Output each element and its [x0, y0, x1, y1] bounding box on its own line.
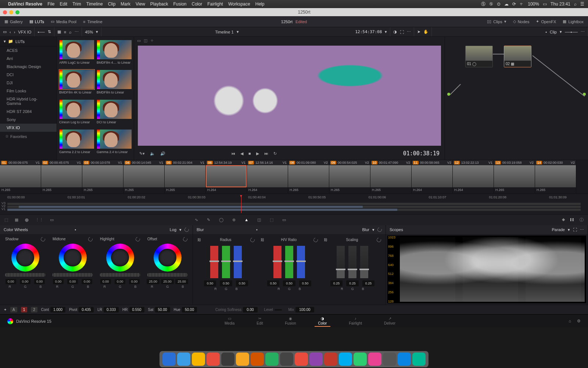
- gallery-button[interactable]: ▦Gallery: [4, 19, 23, 24]
- dock-app-7[interactable]: [265, 353, 279, 366]
- zoom-window-button[interactable]: [15, 10, 19, 14]
- menu-file[interactable]: File: [47, 1, 54, 7]
- lut-cat-hdr st 2084[interactable]: HDR ST 2084: [0, 107, 57, 116]
- lut-item[interactable]: BMDFilm to Linear: [97, 70, 132, 97]
- dock-app-6[interactable]: [251, 353, 264, 366]
- reset-icon[interactable]: [182, 236, 188, 242]
- more-icon[interactable]: ⋯: [580, 227, 584, 232]
- wheels-icon[interactable]: ◎: [25, 217, 29, 222]
- chevron-down-icon[interactable]: ▾: [385, 29, 387, 34]
- close-window-button[interactable]: [3, 10, 7, 14]
- headphones-icon[interactable]: ⊙: [497, 1, 501, 7]
- color-match-icon[interactable]: ▦: [15, 217, 18, 222]
- menu-trim[interactable]: Trim: [72, 1, 81, 7]
- dock-app-9[interactable]: [295, 353, 308, 366]
- lut-cat-aces[interactable]: ACES: [0, 46, 57, 54]
- jog-wheel[interactable]: [53, 273, 93, 277]
- list-view-icon[interactable]: ≡: [64, 30, 66, 34]
- auto-icon[interactable]: ✦: [4, 308, 7, 312]
- wheel-highlight[interactable]: Highlight0.000.000.00RGB: [97, 236, 143, 303]
- clip-07[interactable]: 0712:56:14:16V1H.264: [247, 160, 288, 194]
- dock-app-2[interactable]: [192, 353, 205, 366]
- zoom-slider[interactable]: ──•──: [565, 30, 578, 34]
- jog-wheel[interactable]: [100, 273, 140, 277]
- sizing-icon[interactable]: ⬚: [270, 217, 273, 222]
- wifi-icon[interactable]: ᯤ: [520, 1, 524, 7]
- more-icon[interactable]: ⋯: [581, 29, 585, 34]
- page-fusion[interactable]: ◉Fusion: [282, 316, 300, 327]
- 3d-icon[interactable]: ▭: [282, 217, 286, 222]
- lut-cat-arri[interactable]: Arri: [0, 54, 57, 63]
- lut-item[interactable]: Cineon Log to Linear: [59, 99, 94, 127]
- split-icon[interactable]: ◫: [144, 38, 147, 43]
- nav-back-icon[interactable]: ‹: [10, 30, 11, 34]
- chevron-down-icon[interactable]: ▾: [372, 227, 374, 232]
- menu-clip[interactable]: Clip: [108, 1, 116, 7]
- qualifier-icon[interactable]: ✎: [207, 217, 210, 222]
- wheel-midtone[interactable]: Midtone0.000.000.00RGB: [50, 236, 96, 303]
- lut-item[interactable]: BMDFilm 4K to Linear: [59, 70, 94, 97]
- blur-icon[interactable]: ▲: [244, 217, 248, 222]
- settings-icon[interactable]: ⚙: [577, 319, 581, 323]
- home-icon[interactable]: ⌂: [569, 319, 571, 323]
- node-range[interactable]: Clip: [550, 30, 557, 34]
- dock-app-0[interactable]: [162, 353, 176, 366]
- dock-app-17[interactable]: [412, 353, 426, 366]
- image-wipe-icon[interactable]: ▭: [137, 38, 141, 43]
- dock-app-14[interactable]: [368, 353, 381, 366]
- lut-cat-dci[interactable]: DCI: [0, 71, 57, 79]
- hr-param[interactable]: HR0.550: [122, 307, 144, 312]
- luts-button[interactable]: ▤LUTs: [29, 19, 44, 24]
- lut-item[interactable]: Gamma 2.4 to Linear: [97, 129, 132, 157]
- stop-icon[interactable]: ■: [248, 151, 251, 156]
- reset-icon[interactable]: [313, 237, 319, 243]
- lr-param[interactable]: LR0.333: [97, 307, 119, 312]
- cont-param[interactable]: Cont1.000: [41, 307, 65, 312]
- clip-12[interactable]: 1213:02:22:13V1H.264: [453, 160, 494, 194]
- pivot-param[interactable]: Pivot0.435: [69, 307, 94, 312]
- keyframes-icon[interactable]: ◆: [562, 217, 565, 223]
- dock-app-10[interactable]: [309, 353, 323, 366]
- viewer-canvas[interactable]: [138, 46, 441, 146]
- sat-param[interactable]: Sat50.00: [148, 307, 170, 312]
- panel-menu-icon[interactable]: ▭: [3, 29, 7, 34]
- menu-playback[interactable]: Playback: [150, 1, 168, 7]
- app-name[interactable]: DaVinci Resolve: [8, 1, 42, 7]
- page-edit[interactable]: ✂Edit: [253, 316, 266, 327]
- minimize-window-button[interactable]: [9, 10, 13, 14]
- dock-app-16[interactable]: [398, 353, 411, 366]
- search-icon[interactable]: ⌕: [69, 30, 72, 34]
- chevron-down-icon[interactable]: ▾: [96, 29, 98, 34]
- page-fairlight[interactable]: ♪Fairlight: [345, 316, 366, 327]
- lut-cat-blackmagic design[interactable]: Blackmagic Design: [0, 63, 57, 71]
- skype-icon[interactable]: Ⓢ: [481, 1, 485, 7]
- nav-fwd-icon[interactable]: ›: [14, 30, 15, 34]
- link-icon[interactable]: ⛓: [197, 238, 201, 242]
- jog-wheel[interactable]: [147, 273, 187, 277]
- tracker-icon[interactable]: ⊕: [232, 217, 236, 222]
- reset-icon[interactable]: [87, 236, 93, 242]
- lut-cat-vfx io[interactable]: VFX IO: [0, 124, 57, 132]
- sort-icon[interactable]: ⇅: [48, 29, 51, 34]
- reset-icon[interactable]: [40, 236, 46, 242]
- more-icon[interactable]: ⋯: [75, 29, 79, 34]
- lut-cat-dji[interactable]: DJI: [0, 79, 57, 87]
- battery-icon[interactable]: ▭: [543, 1, 547, 7]
- lut-cat-hdr hybrid log-gamma[interactable]: HDR Hybrid Log-Gamma: [0, 95, 57, 107]
- viewer-timecode[interactable]: 12:54:37:08: [355, 29, 382, 34]
- chevron-down-icon[interactable]: ▾: [179, 227, 182, 232]
- link-icon[interactable]: ⛓: [261, 238, 264, 242]
- reset-icon[interactable]: [376, 237, 382, 243]
- chevron-down-icon[interactable]: ▾: [560, 29, 562, 34]
- lut-item[interactable]: BMDFilm 4.... to Linear: [97, 40, 132, 67]
- status-icon[interactable]: ⑤: [489, 1, 493, 7]
- pointer-icon[interactable]: ➤: [417, 29, 420, 34]
- reset-icon[interactable]: [184, 227, 190, 233]
- scopes-icon[interactable]: ⫿⫿: [570, 217, 574, 223]
- curves-icon[interactable]: ∿: [195, 217, 198, 222]
- blur-scaling[interactable]: ⛓Scaling0.250.250.25RGB: [322, 236, 383, 302]
- lut-cat-sony[interactable]: Sony: [0, 116, 57, 124]
- dock-app-12[interactable]: [339, 353, 352, 366]
- play-icon[interactable]: ▶: [256, 151, 259, 156]
- dropbox-icon[interactable]: ☁: [504, 1, 509, 7]
